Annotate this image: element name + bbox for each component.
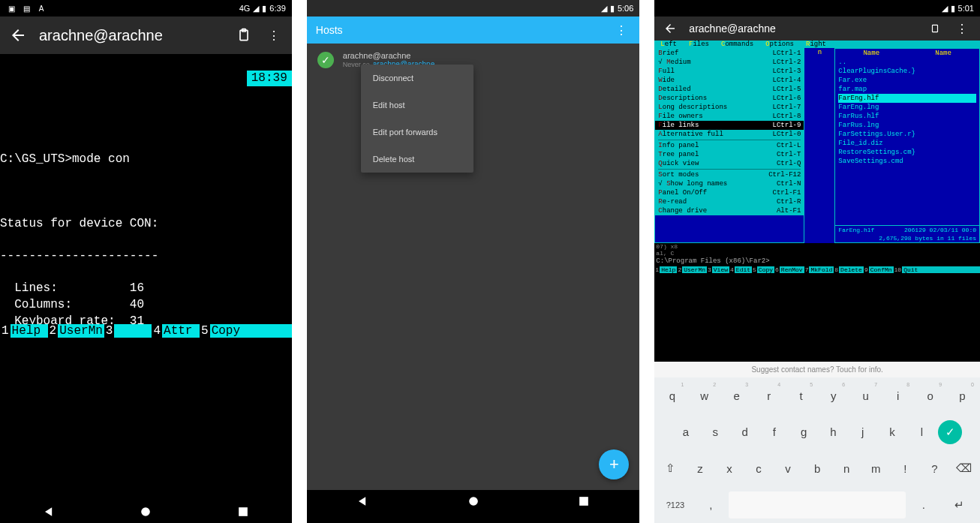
fn-key-1[interactable]: 1Help — [654, 266, 677, 273]
menu-item[interactable]: Edit port forwards — [361, 119, 473, 146]
file-row[interactable]: FarEng.lng — [838, 103, 976, 112]
command-line[interactable]: C:\Program Files (x86)\Far2> — [654, 257, 980, 266]
file-row[interactable]: .. — [838, 58, 976, 67]
key-![interactable]: ! — [892, 455, 918, 482]
dropdown-item[interactable]: File ownersLCtrl-8 — [655, 112, 804, 121]
dropdown-item[interactable]: FullLCtrl-3 — [655, 67, 804, 76]
tui-menu-item[interactable]: Right — [801, 41, 831, 48]
recents-button[interactable] — [576, 494, 591, 509]
back-icon[interactable] — [9, 26, 27, 44]
key-f[interactable]: f — [761, 419, 787, 446]
fn-key-3[interactable]: 3View — [707, 266, 729, 273]
more-icon[interactable]: ⋮ — [612, 21, 630, 39]
menu-item[interactable]: Delete host — [361, 146, 473, 173]
tui-menu-item[interactable]: Commands — [717, 41, 758, 48]
key-n[interactable]: n — [834, 455, 860, 482]
tui-menu-item[interactable]: Options — [761, 41, 798, 48]
key-v[interactable]: v — [775, 455, 801, 482]
tui-menu-item[interactable]: Files — [684, 41, 714, 48]
terminal-tui[interactable]: LeftFilesCommandsOptionsRight BriefLCtrl… — [654, 41, 980, 273]
fn-key-4[interactable]: 4Edit — [729, 266, 752, 273]
file-row[interactable]: SaveSettings.cmd — [838, 157, 976, 166]
terminal-output[interactable]: 18:39 C:\GS_UTS>mode con Status for devi… — [0, 54, 292, 324]
fn-key-1[interactable]: 1Help — [0, 324, 48, 338]
key-b[interactable]: b — [804, 455, 831, 482]
key-o[interactable]: o9 — [915, 382, 945, 409]
back-icon[interactable] — [663, 22, 677, 35]
tui-menu-item[interactable]: Left — [656, 41, 681, 48]
back-button[interactable] — [355, 494, 370, 509]
menu-item[interactable]: Edit host — [361, 92, 473, 119]
enter-key[interactable]: ↵ — [942, 491, 977, 518]
fn-key-5[interactable]: 5Copy — [200, 324, 248, 338]
dropdown-item[interactable]: √ Show long namesCtrl-N — [655, 179, 804, 188]
file-list[interactable]: ..ClearPluginsCache.}Far.exefar.mapFarEn… — [835, 58, 979, 166]
clipboard-icon[interactable] — [929, 23, 941, 35]
key-i[interactable]: i8 — [883, 382, 912, 409]
key-d[interactable]: d — [732, 419, 758, 446]
dropdown-item[interactable]: Change driveAlt-F1 — [655, 206, 804, 215]
key-s[interactable]: s — [702, 419, 729, 446]
space-key[interactable] — [729, 491, 905, 518]
key-m[interactable]: m — [863, 455, 889, 482]
dropdown-item[interactable]: BriefLCtrl-1 — [655, 49, 804, 58]
file-row[interactable]: far.map — [838, 85, 976, 94]
key-l[interactable]: l — [909, 419, 935, 446]
keyboard-suggestion[interactable]: Suggest contact names? Touch for info. — [654, 362, 980, 377]
recents-button[interactable] — [236, 504, 251, 519]
fn-key-4[interactable]: 4Attr — [152, 324, 200, 338]
dropdown-item[interactable]: WideLCtrl-4 — [655, 76, 804, 85]
key-c[interactable]: c — [746, 455, 772, 482]
more-icon[interactable]: ⋮ — [953, 20, 971, 38]
fn-key-5[interactable]: 5Copy — [752, 266, 774, 273]
dropdown-item[interactable]: Re-readCtrl-R — [655, 197, 804, 206]
fn-key-2[interactable]: 2UserMn — [677, 266, 707, 273]
dropdown-item[interactable]: Sort modesCtrl-F12 — [655, 170, 804, 179]
dropdown-item[interactable]: Panel On/OffCtrl-F1 — [655, 188, 804, 197]
fn-key-7[interactable]: 7MkFold — [804, 266, 834, 273]
key-k[interactable]: k — [879, 419, 905, 446]
key-w[interactable]: w2 — [690, 382, 719, 409]
dropdown-item[interactable]: Info panelCtrl-L — [655, 141, 804, 150]
key-z[interactable]: z — [687, 455, 713, 482]
period-key[interactable]: . — [909, 491, 939, 518]
file-row[interactable]: RestoreSettings.cm} — [838, 148, 976, 157]
key-u[interactable]: u7 — [851, 382, 880, 409]
dropdown-item[interactable]: DetailedLCtrl-5 — [655, 85, 804, 94]
key-j[interactable]: j — [849, 419, 876, 446]
comma-key[interactable]: , — [696, 491, 726, 518]
key-a[interactable]: a — [672, 419, 699, 446]
key-e[interactable]: e3 — [722, 382, 751, 409]
home-button[interactable] — [466, 494, 481, 509]
backspace-key[interactable]: ⌫ — [951, 455, 977, 482]
file-row[interactable]: Far.exe — [838, 76, 976, 85]
file-row[interactable]: FarRus.lng — [838, 121, 976, 130]
file-row[interactable]: FarEng.hlf — [838, 94, 976, 103]
file-row[interactable]: File_id.diz — [838, 139, 976, 148]
file-row[interactable]: FarRus.hlf — [838, 112, 976, 121]
key-x[interactable]: x — [716, 455, 742, 482]
key-y[interactable]: y6 — [819, 382, 848, 409]
key-h[interactable]: h — [820, 419, 846, 446]
panel-menu-dropdown[interactable]: BriefLCtrl-1√ MediumLCtrl-2 FullLCtrl-3 … — [655, 49, 804, 215]
check-key[interactable]: ✓ — [938, 420, 962, 444]
key-p[interactable]: p0 — [948, 382, 977, 409]
fn-key-9[interactable]: 9ConfMn — [864, 266, 894, 273]
dropdown-item[interactable]: √ MediumLCtrl-2 — [655, 58, 804, 67]
dropdown-item[interactable]: DescriptionsLCtrl-6 — [655, 94, 804, 103]
home-button[interactable] — [138, 504, 153, 519]
key-r[interactable]: r4 — [754, 382, 783, 409]
fn-key-10[interactable]: 10Quit — [894, 266, 920, 273]
file-row[interactable]: FarSettings.User.r} — [838, 130, 976, 139]
dropdown-item[interactable]: File linksLCtrl-9 — [655, 121, 804, 130]
fn-key-8[interactable]: 8Delete — [834, 266, 864, 273]
key-g[interactable]: g — [791, 419, 817, 446]
key-?[interactable]: ? — [921, 455, 948, 482]
shift-key[interactable]: ⇧ — [657, 455, 684, 482]
dropdown-item[interactable]: Long descriptionsLCtrl-7 — [655, 103, 804, 112]
fn-key-6[interactable]: 6RenMov — [774, 266, 804, 273]
key-t[interactable]: t5 — [786, 382, 816, 409]
fn-key-2[interactable]: 2UserMn — [48, 324, 104, 338]
dropdown-item[interactable]: Quick viewCtrl-Q — [655, 159, 804, 168]
symbols-key[interactable]: ?123 — [657, 491, 693, 518]
